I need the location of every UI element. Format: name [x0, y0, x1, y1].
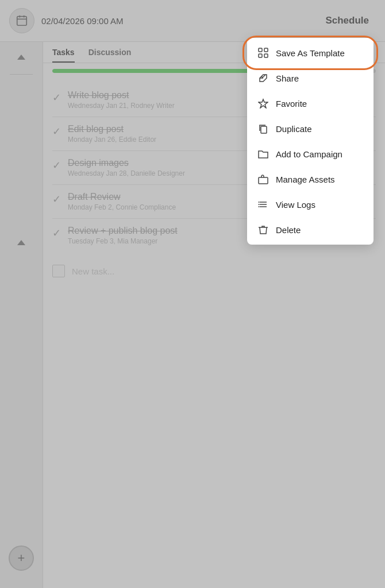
svg-point-15 [259, 204, 260, 205]
menu-label-view-logs: View Logs [276, 200, 363, 210]
svg-rect-10 [259, 177, 268, 184]
svg-rect-6 [259, 54, 262, 57]
menu-item-share[interactable]: Share [247, 65, 374, 91]
menu-label-save-as-template: Save As Template [276, 48, 363, 58]
menu-item-add-to-campaign[interactable]: Add to Campaign [247, 141, 374, 167]
menu-item-duplicate[interactable]: Duplicate [247, 116, 374, 141]
duplicate-icon [257, 123, 269, 134]
menu-item-save-as-template[interactable]: Save As Template [247, 40, 374, 65]
share-icon [257, 72, 269, 84]
svg-rect-9 [261, 126, 267, 133]
list-icon [257, 199, 269, 210]
menu-label-add-to-campaign: Add to Campaign [276, 149, 363, 159]
menu-label-share: Share [276, 74, 363, 83]
menu-item-delete[interactable]: Delete [247, 217, 374, 242]
briefcase-icon [257, 173, 269, 185]
trash-icon [257, 224, 269, 235]
menu-label-duplicate: Duplicate [276, 124, 363, 134]
svg-rect-5 [264, 48, 268, 52]
svg-point-16 [259, 206, 260, 207]
svg-marker-8 [259, 99, 268, 108]
folder-icon [257, 148, 269, 160]
menu-item-view-logs[interactable]: View Logs [247, 192, 374, 217]
menu-label-manage-assets: Manage Assets [276, 175, 363, 184]
context-menu: Save As Template Share [247, 38, 374, 245]
star-icon [257, 98, 269, 109]
menu-item-favorite[interactable]: Favorite [247, 91, 374, 116]
svg-point-14 [259, 202, 260, 203]
menu-label-delete: Delete [276, 225, 363, 235]
svg-rect-4 [259, 48, 262, 52]
svg-rect-7 [264, 54, 268, 57]
menu-item-manage-assets[interactable]: Manage Assets [247, 167, 374, 192]
menu-label-favorite: Favorite [276, 99, 363, 109]
grid-icon [257, 47, 269, 59]
